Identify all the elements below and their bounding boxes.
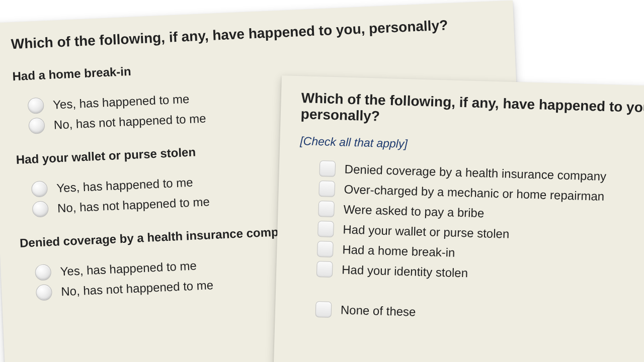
option-label: No, has not happened to me: [57, 193, 210, 217]
checkbox-list: Denied coverage by a health insurance co…: [301, 159, 644, 328]
question-hint: [Check all that apply]: [300, 134, 644, 158]
radio-icon: [28, 117, 45, 134]
checkbox-icon: [318, 201, 335, 217]
checkbox-icon: [317, 221, 334, 237]
survey-card-right: Which of the following, if any, have hap…: [273, 75, 644, 362]
option-label: No, has not happened to me: [61, 276, 214, 301]
checkbox-icon: [317, 241, 334, 257]
radio-icon: [32, 201, 49, 217]
option-label: Were asked to pay a bribe: [343, 201, 485, 223]
checkbox-option-none[interactable]: None of these: [315, 300, 644, 328]
question-title: Which of the following, if any, have hap…: [300, 90, 644, 133]
option-label: Yes, has happened to me: [60, 257, 197, 281]
radio-icon: [35, 264, 51, 281]
radio-icon: [36, 284, 52, 301]
question-title: Which of the following, if any, have hap…: [11, 15, 494, 52]
radio-icon: [31, 180, 48, 197]
radio-icon: [28, 97, 44, 114]
checkbox-icon: [318, 180, 335, 197]
option-label: No, has not happened to me: [53, 109, 206, 134]
option-label: None of these: [341, 301, 416, 321]
checkbox-icon: [315, 301, 332, 318]
option-label: Had your identity stolen: [342, 260, 468, 282]
option-label: Yes, has happened to me: [56, 173, 194, 198]
option-label: Had your wallet or purse stolen: [343, 221, 510, 243]
checkbox-icon: [319, 160, 336, 177]
option-label: Yes, has happened to me: [52, 90, 190, 114]
option-label: Had a home break-in: [342, 241, 455, 262]
checkbox-icon: [316, 261, 333, 278]
group-heading: Had a home break-in: [12, 48, 495, 83]
